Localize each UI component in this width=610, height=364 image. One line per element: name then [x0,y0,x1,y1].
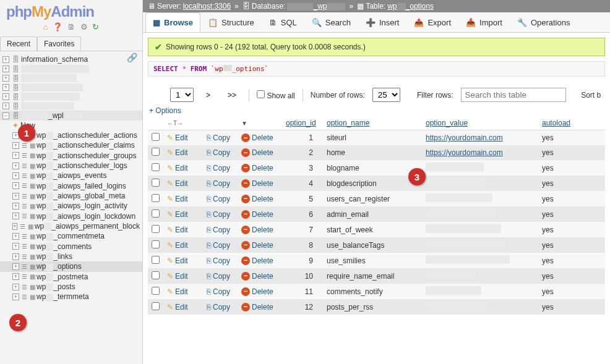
copy-button[interactable]: ⎘ Copy [207,287,230,296]
expand-icon[interactable]: + [12,294,19,300]
bc-table[interactable]: wp_options [387,2,434,11]
expand-icon[interactable]: + [2,93,9,100]
option-value-link[interactable]: https://yourdomain.com [426,148,503,157]
delete-button[interactable]: − Delete [241,256,273,265]
copy-button[interactable]: ⎘ Copy [207,226,230,234]
expand-icon[interactable]: + [12,273,19,280]
copy-button[interactable]: ⎘ Copy [207,179,230,188]
next-page-button[interactable]: > [201,90,215,101]
expand-icon[interactable]: + [12,142,19,149]
settings-icon[interactable]: ⚙ [80,22,88,32]
expand-icon[interactable]: + [12,253,19,260]
last-page-button[interactable]: >> [223,90,241,101]
col-option-id[interactable]: option_id [282,116,323,130]
tree-table-item[interactable]: +☰▦wp_aiowps_global_meta [0,191,142,201]
db-masked-1[interactable]: +🗄 [0,64,142,74]
edit-button[interactable]: ✎ Edit [167,272,188,281]
row-checkbox[interactable] [152,163,160,171]
delete-button[interactable]: − Delete [241,148,273,157]
delete-button[interactable]: − Delete [241,287,273,296]
expand-icon[interactable]: + [12,284,19,290]
edit-button[interactable]: ✎ Edit [167,256,188,265]
menu-structure[interactable]: 📋Structure [200,12,262,32]
expand-icon[interactable]: + [2,84,9,91]
col-autoload[interactable]: autoload [538,116,605,130]
edit-button[interactable]: ✎ Edit [167,179,188,188]
copy-button[interactable]: ⎘ Copy [207,241,230,250]
tree-table-item[interactable]: +☰▦wp_actionscheduler_groups [0,151,142,161]
copy-button[interactable]: ⎘ Copy [207,164,230,172]
row-checkbox[interactable] [152,287,160,295]
expand-icon[interactable]: + [12,172,19,179]
expand-icon[interactable]: + [2,103,9,109]
tree-table-item[interactable]: +☰▦wp_options [0,261,142,271]
collapse-icon[interactable]: − [2,112,9,119]
db-masked-3[interactable]: +🗄 [0,83,142,92]
tree-table-item[interactable]: +☰▦wp_aiowps_login_activity [0,201,142,211]
col-option-name[interactable]: option_name [323,116,422,130]
db-masked-2[interactable]: +🗄 [0,74,142,83]
db-information-schema[interactable]: +🗄information_schema [0,54,142,64]
delete-button[interactable]: − Delete [241,303,273,311]
copy-button[interactable]: ⎘ Copy [207,210,230,219]
show-all-label[interactable]: Show all [257,90,295,100]
home-icon[interactable]: ⌂ [43,22,48,32]
expand-icon[interactable]: + [12,243,19,250]
tree-table-item[interactable]: +☰▦wp_aiowps_events [0,171,142,180]
db-masked-5[interactable]: +🗄 [0,101,142,111]
delete-button[interactable]: − Delete [241,195,273,203]
tab-recent[interactable]: Recent [0,36,37,51]
tree-table-item[interactable]: +☰▦wp_actionscheduler_logs [0,161,142,171]
row-checkbox[interactable] [152,210,160,218]
delete-button[interactable]: − Delete [241,241,273,250]
row-checkbox[interactable] [152,148,160,156]
logout-icon[interactable]: ❓ [53,22,62,32]
delete-button[interactable]: − Delete [241,210,273,219]
tree-table-item[interactable]: +☰▦wp_comments [0,242,142,252]
tree-table-item[interactable]: +☰▦wp_links [0,252,142,261]
delete-button[interactable]: − Delete [241,272,273,281]
expand-icon[interactable]: + [12,263,19,270]
expand-icon[interactable]: + [2,56,9,63]
expand-icon[interactable]: + [12,152,19,159]
row-checkbox[interactable] [152,302,160,310]
delete-button[interactable]: − Delete [241,133,273,142]
rows-select[interactable]: 25 [372,88,400,102]
copy-button[interactable]: ⎘ Copy [207,195,230,203]
col-option-value[interactable]: option_value [422,116,538,130]
expand-icon[interactable]: + [2,66,9,72]
copy-button[interactable]: ⎘ Copy [207,133,230,142]
tree-table-item[interactable]: +☰▦wp_aiowps_login_lockdown [0,211,142,221]
menu-import[interactable]: 📥Import [458,12,510,32]
show-all-checkbox[interactable] [257,90,265,98]
delete-button[interactable]: − Delete [241,179,273,188]
edit-button[interactable]: ✎ Edit [167,241,188,250]
option-value-link[interactable]: https://yourdomain.com [426,133,503,142]
page-select[interactable]: 1 [170,88,194,102]
row-checkbox[interactable] [152,271,160,279]
expand-icon[interactable]: + [12,223,17,230]
row-checkbox[interactable] [152,225,160,233]
expand-icon[interactable]: + [12,163,19,169]
expand-icon[interactable]: + [12,213,19,219]
row-checkbox[interactable] [152,133,160,141]
db-selected[interactable]: −🗄_wpl [0,111,142,121]
tree-table-item[interactable]: +☰▦wp_commentmeta [0,231,142,241]
tree-table-item[interactable]: +☰▦wp_posts [0,282,142,292]
expand-icon[interactable]: + [12,233,19,240]
delete-button[interactable]: − Delete [241,164,273,172]
db-masked-4[interactable]: +🗄 [0,92,142,101]
edit-button[interactable]: ✎ Edit [167,287,188,296]
tree-table-item[interactable]: +☰▦wp_aiowps_permanent_block [0,221,142,231]
menu-insert[interactable]: ➕Insert [358,12,407,32]
row-checkbox[interactable] [152,194,160,202]
menu-sql[interactable]: 🗎SQL [262,12,304,32]
expand-icon[interactable]: + [12,203,19,210]
edit-button[interactable]: ✎ Edit [167,303,188,311]
tree-table-item[interactable]: +☰▦wp_postmeta [0,272,142,282]
tree-table-item[interactable]: +☰▦wp_aiowps_failed_logins [0,181,142,191]
copy-button[interactable]: ⎘ Copy [207,303,230,311]
edit-button[interactable]: ✎ Edit [167,210,188,219]
edit-button[interactable]: ✎ Edit [167,148,188,157]
reload-icon[interactable]: ↻ [92,22,99,32]
